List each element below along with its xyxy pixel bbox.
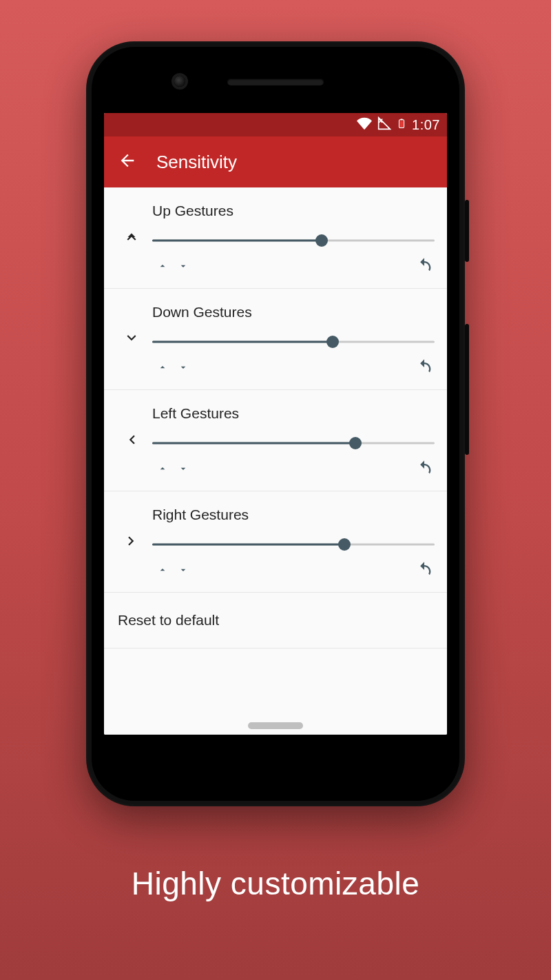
chevron-right-icon: [123, 532, 141, 553]
decrement-down-icon[interactable]: [173, 359, 194, 376]
decrement-down-icon[interactable]: [173, 258, 194, 274]
volume-button: [465, 324, 469, 455]
undo-icon[interactable]: [414, 359, 435, 376]
promo-caption: Highly customizable: [0, 865, 551, 902]
sensitivity-slider-up[interactable]: [152, 233, 435, 248]
power-button: [465, 200, 469, 262]
gesture-label: Down Gestures: [152, 304, 435, 320]
sensitivity-slider-left[interactable]: [152, 436, 435, 451]
status-time: 1:07: [412, 117, 440, 133]
phone-inner: 1:07 Sensitivity Up G: [92, 47, 459, 801]
chevron-left-icon: [123, 431, 141, 451]
decrement-down-icon[interactable]: [173, 562, 194, 578]
undo-icon[interactable]: [414, 460, 435, 477]
page-title: Sensitivity: [156, 152, 237, 173]
gesture-row-down: Down Gestures: [104, 289, 447, 390]
status-bar: 1:07: [104, 113, 447, 136]
settings-list: Up Gestures: [104, 187, 447, 735]
screen: 1:07 Sensitivity Up G: [104, 113, 447, 735]
app-bar: Sensitivity: [104, 136, 447, 187]
gesture-label: Right Gestures: [152, 507, 435, 523]
gesture-row-up: Up Gestures: [104, 187, 447, 289]
speaker-slot: [227, 79, 324, 85]
decrement-down-icon[interactable]: [173, 460, 194, 477]
gesture-row-right: Right Gestures: [104, 491, 447, 593]
reset-to-default-button[interactable]: Reset to default: [104, 593, 447, 649]
increment-up-icon[interactable]: [152, 258, 173, 274]
chevron-up-icon: [123, 228, 141, 249]
increment-up-icon[interactable]: [152, 359, 173, 376]
undo-icon[interactable]: [414, 258, 435, 274]
sensitivity-slider-right[interactable]: [152, 537, 435, 552]
phone-frame: 1:07 Sensitivity Up G: [86, 41, 465, 806]
chevron-down-icon: [123, 329, 141, 350]
gesture-label: Up Gestures: [152, 203, 435, 219]
battery-icon: [397, 116, 406, 134]
sensitivity-slider-down[interactable]: [152, 334, 435, 349]
home-indicator[interactable]: [248, 722, 303, 729]
svg-rect-1: [400, 119, 403, 120]
back-icon[interactable]: [118, 151, 137, 173]
wifi-icon: [357, 116, 372, 134]
undo-icon[interactable]: [414, 562, 435, 578]
increment-up-icon[interactable]: [152, 460, 173, 477]
gesture-label: Left Gestures: [152, 405, 435, 422]
svg-rect-2: [400, 121, 404, 127]
cell-signal-icon: [377, 116, 391, 134]
gesture-row-left: Left Gestures: [104, 390, 447, 491]
increment-up-icon[interactable]: [152, 562, 173, 578]
front-camera: [174, 76, 185, 87]
